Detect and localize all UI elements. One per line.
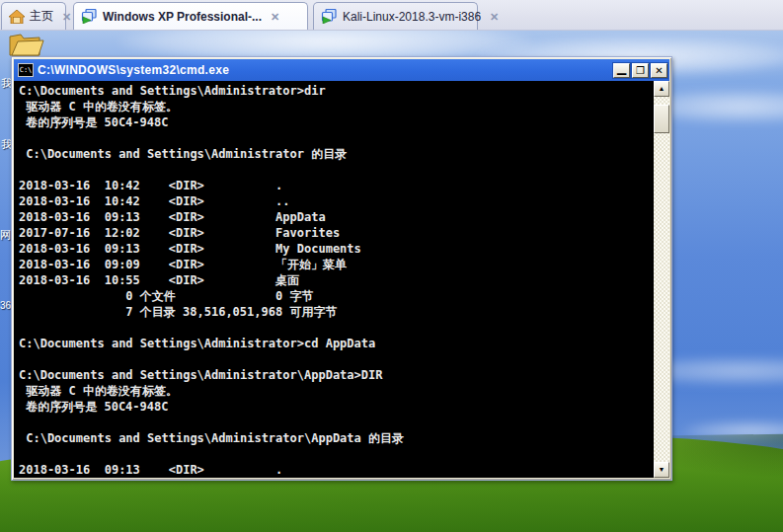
tab-home-label: 主页 bbox=[30, 8, 53, 25]
tab-kali-linux-close-icon[interactable]: ✕ bbox=[487, 10, 502, 24]
terminal-console[interactable]: C:\Documents and Settings\Administrator>… bbox=[14, 81, 669, 478]
vmware-workstation-window: 主页 ✕ Windows XP Professional-... ✕ Kali-… bbox=[0, 0, 783, 532]
vertical-scrollbar[interactable]: ▲ ▼ bbox=[654, 81, 669, 478]
scrollbar-thumb[interactable] bbox=[654, 105, 669, 133]
tab-kali-linux[interactable]: Kali-Linux-2018.3-vm-i386 ✕ bbox=[313, 2, 478, 30]
scroll-down-icon[interactable]: ▼ bbox=[654, 462, 669, 478]
tab-bar: 主页 ✕ Windows XP Professional-... ✕ Kali-… bbox=[0, 0, 783, 31]
cmd-window: C:\ C:\WINDOWS\system32\cmd.exe ▁ ❐ ✕ C:… bbox=[11, 56, 672, 481]
tab-windows-xp[interactable]: Windows XP Professional-... ✕ bbox=[73, 2, 308, 30]
home-icon bbox=[9, 10, 25, 24]
scroll-up-icon[interactable]: ▲ bbox=[654, 81, 669, 97]
desktop-icon-label-fragment: 网 bbox=[0, 228, 11, 243]
tab-windows-xp-label: Windows XP Professional-... bbox=[103, 10, 262, 24]
vm-powered-on-icon bbox=[321, 9, 338, 24]
tab-home[interactable]: 主页 ✕ bbox=[1, 2, 66, 30]
vm-display-xp-desktop: 我 我 网 360 C:\ C:\WINDOWS\system32\cmd.ex… bbox=[0, 31, 783, 532]
minimize-button[interactable]: ▁ bbox=[613, 63, 630, 78]
cmd-icon: C:\ bbox=[18, 63, 34, 77]
cmd-window-title: C:\WINDOWS\system32\cmd.exe bbox=[38, 63, 611, 77]
tab-home-close-icon[interactable]: ✕ bbox=[59, 10, 74, 24]
tab-windows-xp-close-icon[interactable]: ✕ bbox=[268, 10, 282, 24]
close-button[interactable]: ✕ bbox=[651, 63, 667, 78]
vm-powered-on-icon bbox=[81, 9, 98, 24]
tab-kali-linux-label: Kali-Linux-2018.3-vm-i386 bbox=[343, 10, 481, 24]
maximize-button[interactable]: ❐ bbox=[632, 63, 649, 78]
terminal-output: C:\Documents and Settings\Administrator>… bbox=[19, 83, 653, 478]
cmd-titlebar[interactable]: C:\ C:\WINDOWS\system32\cmd.exe ▁ ❐ ✕ bbox=[14, 59, 669, 81]
open-folder-icon[interactable] bbox=[7, 31, 44, 59]
